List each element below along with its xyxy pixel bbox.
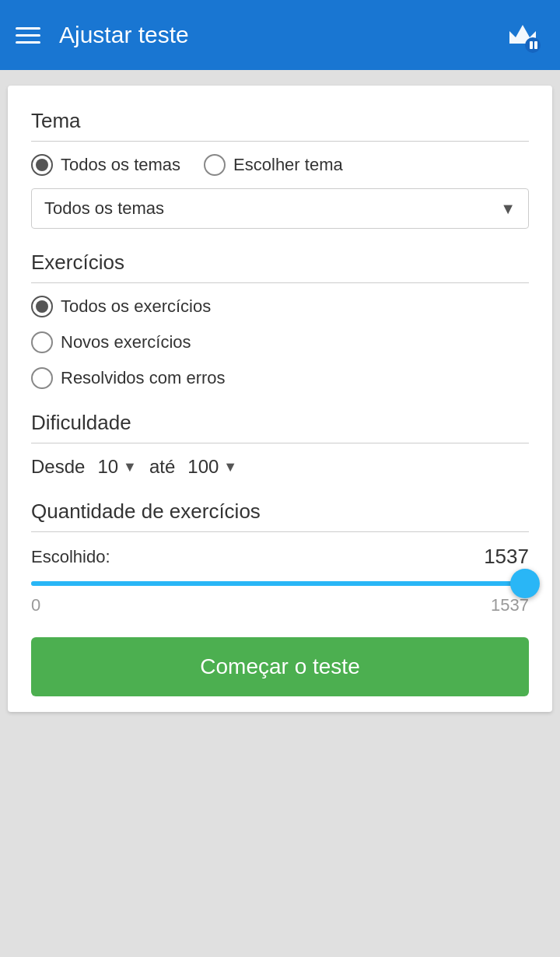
radio-label-escolher-tema: Escolher tema <box>233 155 343 175</box>
dificuldade-section-title: Dificuldade <box>31 411 529 443</box>
tema-dropdown[interactable]: Todos os temas ▼ <box>31 188 529 229</box>
tema-dropdown-value: Todos os temas <box>44 198 164 219</box>
main-card: Tema Todos os temas Escolher tema Todos … <box>8 86 552 712</box>
quantidade-section-title: Quantidade de exercícios <box>31 500 529 532</box>
radio-label-todos-exercicios: Todos os exercícios <box>61 296 211 317</box>
slider-container <box>31 581 529 586</box>
slider-fill <box>31 581 529 586</box>
radio-circle-novos-exercicios <box>31 331 53 353</box>
desde-arrow-icon: ▼ <box>123 459 137 475</box>
radio-circle-todos-temas <box>31 154 53 176</box>
ate-select[interactable]: 100 ▼ <box>187 456 237 478</box>
start-button[interactable]: Começar o teste <box>31 637 529 696</box>
svg-rect-2 <box>534 41 537 49</box>
radio-label-resolvidos-erros: Resolvidos com erros <box>61 368 226 388</box>
exercicios-section-title: Exercícios <box>31 251 529 283</box>
tema-section-title: Tema <box>31 109 529 142</box>
escolhido-value: 1537 <box>484 545 529 569</box>
radio-todos-os-temas[interactable]: Todos os temas <box>31 154 180 176</box>
slider-thumb[interactable] <box>510 569 540 598</box>
radio-escolher-tema[interactable]: Escolher tema <box>204 154 343 176</box>
ate-label: até <box>149 456 175 478</box>
radio-resolvidos-erros[interactable]: Resolvidos com erros <box>31 367 529 389</box>
desde-value: 10 <box>97 456 118 478</box>
slider-min-label: 0 <box>31 595 40 615</box>
page-title: Ajustar teste <box>59 22 189 48</box>
exercicios-section: Exercícios Todos os exercícios Novos exe… <box>31 251 529 389</box>
svg-rect-1 <box>530 41 533 49</box>
quantidade-header: Escolhido: 1537 <box>31 545 529 569</box>
desde-label: Desde <box>31 456 85 478</box>
crown-icon <box>501 13 544 57</box>
tema-section: Tema Todos os temas Escolher tema Todos … <box>31 109 529 229</box>
radio-circle-resolvidos-erros <box>31 367 53 389</box>
radio-circle-todos-exercicios <box>31 296 53 317</box>
dificuldade-section: Dificuldade Desde 10 ▼ até 100 ▼ <box>31 411 529 478</box>
radio-circle-escolher-tema <box>204 154 226 176</box>
desde-select[interactable]: 10 ▼ <box>97 456 137 478</box>
exercicios-radio-group: Todos os exercícios Novos exercícios Res… <box>31 296 529 389</box>
menu-icon[interactable] <box>16 27 40 44</box>
slider-labels: 0 1537 <box>31 595 529 615</box>
radio-label-todos-temas: Todos os temas <box>61 155 180 175</box>
header: Ajustar teste <box>0 0 560 70</box>
radio-todos-exercicios[interactable]: Todos os exercícios <box>31 296 529 317</box>
radio-label-novos-exercicios: Novos exercícios <box>61 332 191 352</box>
slider-track <box>31 581 529 586</box>
tema-radio-group: Todos os temas Escolher tema <box>31 154 529 176</box>
quantidade-section: Quantidade de exercícios Escolhido: 1537… <box>31 500 529 615</box>
ate-arrow-icon: ▼ <box>223 459 237 475</box>
escolhido-label: Escolhido: <box>31 547 110 567</box>
radio-novos-exercicios[interactable]: Novos exercícios <box>31 331 529 353</box>
dificuldade-row: Desde 10 ▼ até 100 ▼ <box>31 456 529 478</box>
header-left: Ajustar teste <box>16 22 189 48</box>
chevron-down-icon: ▼ <box>500 200 516 218</box>
ate-value: 100 <box>187 456 219 478</box>
